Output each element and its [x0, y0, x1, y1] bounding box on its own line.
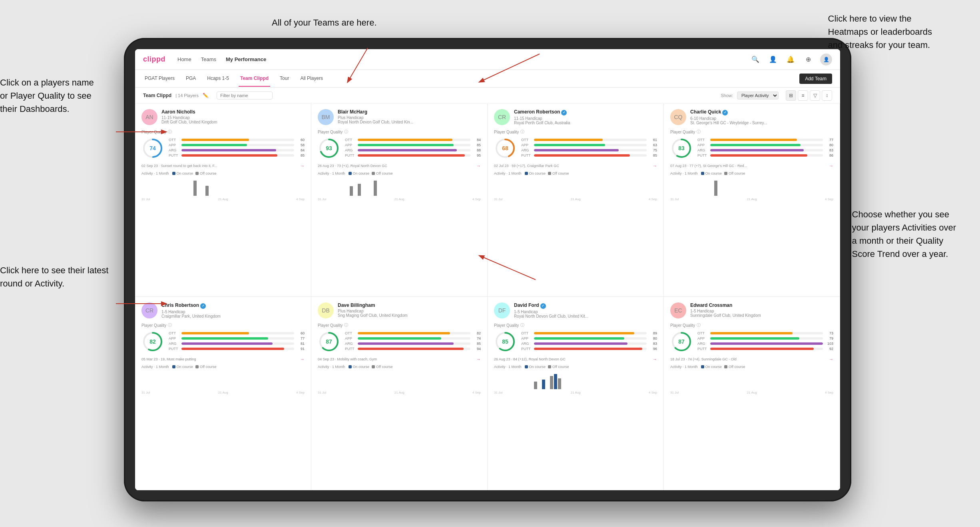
- stat-label: PUTT: [345, 347, 356, 351]
- stat-bar-fill: [710, 144, 801, 146]
- quality-section: Player Quality ⓘ 87 OTT 73 APP 79 ARG 10…: [670, 322, 833, 353]
- avatar: CR: [494, 109, 510, 125]
- score-circle[interactable]: 82: [141, 330, 164, 353]
- player-card[interactable]: CR Cameron Robertson✓ 11-15 Handicap Roy…: [488, 103, 664, 297]
- stat-bar-bg: [358, 348, 470, 350]
- latest-round[interactable]: 02 Sep 23 · Sunset round to get back int…: [141, 163, 305, 168]
- stat-label: APP: [697, 336, 709, 340]
- edit-icon[interactable]: ✏️: [203, 93, 209, 98]
- activity-header: Activity · 1 Month On course Off course: [141, 171, 305, 175]
- score-circle[interactable]: 74: [141, 137, 164, 159]
- on-course-dot: [701, 365, 704, 368]
- quality-content[interactable]: 85 OTT 89 APP 80 ARG 83 PUTT 96: [494, 330, 657, 353]
- latest-round-text: 07 Aug 23 · 77 (+7), St George's Hill GC…: [670, 164, 747, 168]
- avatar: CQ: [670, 109, 686, 125]
- off-course-dot: [724, 365, 727, 368]
- quality-content[interactable]: 83 OTT 77 APP 80 ARG 83 PUTT 86: [670, 137, 833, 159]
- off-course-legend: Off course: [548, 171, 569, 175]
- annotation-heatmaps: Click here to view theHeatmaps or leader…: [828, 12, 932, 52]
- tab-pgat[interactable]: PGAT Players: [143, 71, 176, 87]
- on-course-label: On course: [353, 171, 370, 175]
- player-card[interactable]: DB Dave Billingham Plus Handicap Sng Mag…: [311, 297, 488, 490]
- activity-title: Activity · 1 Month: [318, 365, 345, 369]
- stat-row: APP 79: [697, 336, 833, 340]
- tab-pga[interactable]: PGA: [184, 71, 197, 87]
- score-circle[interactable]: 87: [670, 330, 693, 353]
- latest-round[interactable]: 02 Jul 23 · 59 (+17), Craigmillar Park G…: [494, 163, 657, 168]
- player-card[interactable]: CR Chris Robertson✓ 1-5 Handicap Craigmi…: [135, 297, 311, 490]
- score-circle[interactable]: 68: [494, 137, 516, 159]
- nav-links: Home Teams My Performance: [177, 55, 738, 64]
- search-icon[interactable]: 🔍: [750, 54, 761, 65]
- stat-label: OTT: [697, 331, 709, 335]
- chart-bars: [494, 179, 657, 197]
- player-card[interactable]: AN Aaron Nicholls 11-15 Handicap Drift G…: [135, 103, 311, 297]
- grid-view-button[interactable]: ⊞: [786, 90, 796, 101]
- quality-content[interactable]: 68 OTT 61 APP 63 ARG 75 PUTT 85: [494, 137, 657, 159]
- player-name[interactable]: Chris Robertson✓: [161, 302, 305, 309]
- profile-icon[interactable]: 👤: [767, 54, 779, 65]
- tab-hcaps[interactable]: Hcaps 1-5: [205, 71, 231, 87]
- activity-header: Activity · 1 Month On course Off course: [670, 365, 833, 369]
- tab-all-players[interactable]: All Players: [299, 71, 325, 87]
- on-course-dot: [172, 365, 175, 368]
- nav-my-performance[interactable]: My Performance: [226, 55, 266, 64]
- tab-tour[interactable]: Tour: [278, 71, 291, 87]
- latest-round[interactable]: 07 Aug 23 · 77 (+7), St George's Hill GC…: [670, 163, 833, 168]
- player-club: Craigmillar Park, United Kingdom: [161, 314, 305, 318]
- tab-team-clippd[interactable]: Team Clippd: [239, 71, 270, 87]
- player-name[interactable]: Aaron Nicholls: [161, 109, 305, 115]
- off-course-label: Off course: [552, 171, 569, 175]
- player-card[interactable]: EC Edward Crossman 1-5 Handicap Sunningd…: [664, 297, 840, 490]
- filter-input[interactable]: [217, 91, 273, 99]
- stat-bar-fill: [181, 154, 277, 157]
- nav-home[interactable]: Home: [177, 55, 191, 64]
- add-team-button[interactable]: Add Team: [799, 74, 832, 84]
- player-name[interactable]: Cameron Robertson✓: [514, 109, 657, 115]
- filter-button[interactable]: ▽: [810, 90, 820, 101]
- player-name[interactable]: Edward Crossman: [690, 302, 833, 308]
- latest-round[interactable]: 05 Mar 23 · 19, Must make putting →: [141, 357, 305, 362]
- settings-icon[interactable]: ⊕: [803, 54, 814, 65]
- score-circle[interactable]: 85: [494, 330, 516, 353]
- latest-round[interactable]: 26 Aug 23 · 73 (+1), Royal North Devon G…: [318, 163, 481, 168]
- date-label-2: 21 Aug: [571, 391, 581, 394]
- latest-round[interactable]: 04 Sep 23 · Mobility with coach, Gym →: [318, 357, 481, 362]
- avatar: CR: [141, 302, 157, 318]
- notification-icon[interactable]: 🔔: [785, 54, 796, 65]
- list-view-button[interactable]: ≡: [798, 90, 808, 101]
- nav-teams[interactable]: Teams: [201, 55, 216, 64]
- player-name[interactable]: Blair McHarg: [338, 109, 481, 115]
- player-card[interactable]: CQ Charlie Quick✓ 6-10 Handicap St. Geor…: [664, 103, 840, 297]
- verified-icon: ✓: [561, 110, 567, 115]
- avatar[interactable]: 👤: [820, 54, 832, 66]
- chart-bars: [318, 179, 481, 197]
- score-circle[interactable]: 87: [318, 330, 340, 353]
- quality-section: Player Quality ⓘ 74 OTT 60 APP 58 ARG 84: [141, 129, 305, 159]
- quality-content[interactable]: 87 OTT 82 APP 74 ARG 85 PUTT 94: [318, 330, 481, 353]
- mini-chart: 31 Jul 21 Aug 4 Sep: [141, 370, 305, 394]
- latest-round[interactable]: 26 Aug 23 · 84 (+12), Royal North Devon …: [494, 357, 657, 362]
- stat-bar-bg: [710, 332, 823, 334]
- mini-chart: 31 Jul 21 Aug 4 Sep: [670, 177, 833, 201]
- activity-legend: On course Off course: [525, 171, 569, 175]
- quality-content[interactable]: 87 OTT 73 APP 79 ARG 103 PUTT 92: [670, 330, 833, 353]
- quality-content[interactable]: 93 OTT 84 APP 85 ARG 88 PUTT 95: [318, 137, 481, 159]
- player-name[interactable]: Dave Billingham: [338, 302, 481, 308]
- stat-bar-fill: [710, 348, 814, 350]
- stat-bar-bg: [710, 337, 823, 340]
- score-circle[interactable]: 93: [318, 137, 340, 159]
- show-select[interactable]: Player Activity: [737, 91, 779, 99]
- off-course-dot: [372, 365, 375, 368]
- player-card[interactable]: DF David Ford✓ 1-5 Handicap Royal North …: [488, 297, 664, 490]
- latest-round[interactable]: 18 Jul 23 · 74 (+4), Sunningdale GC - Ol…: [670, 357, 833, 362]
- sort-button[interactable]: ↕: [822, 90, 832, 101]
- player-card[interactable]: BM Blair McHarg Plus Handicap Royal Nort…: [311, 103, 488, 297]
- stat-bar-fill: [181, 337, 268, 340]
- score-circle[interactable]: 83: [670, 137, 693, 159]
- quality-content[interactable]: 82 OTT 60 APP 77 ARG 81 PUTT 91: [141, 330, 305, 353]
- player-name[interactable]: Charlie Quick✓: [690, 109, 833, 115]
- stat-value: 79: [825, 336, 833, 340]
- player-name[interactable]: David Ford✓: [514, 302, 657, 309]
- quality-content[interactable]: 74 OTT 60 APP 58 ARG 84 PUTT 85: [141, 137, 305, 159]
